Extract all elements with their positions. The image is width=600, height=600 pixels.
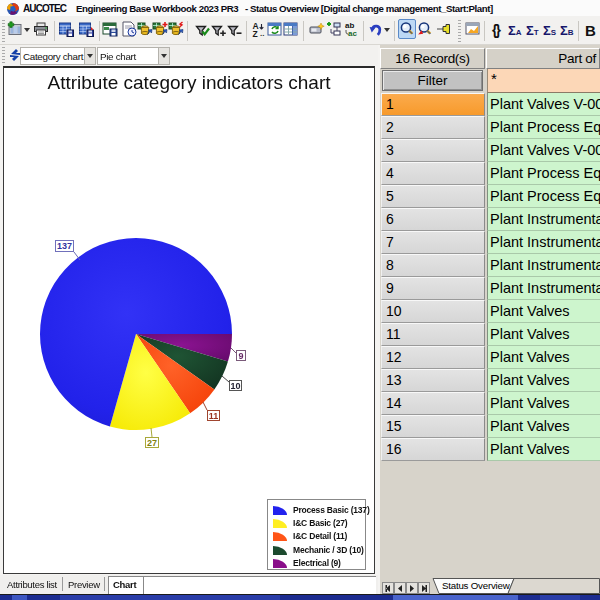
svg-text:..: ..: [260, 29, 264, 37]
svg-text:Z: Z: [253, 29, 258, 38]
svg-text:ac: ac: [348, 29, 357, 37]
